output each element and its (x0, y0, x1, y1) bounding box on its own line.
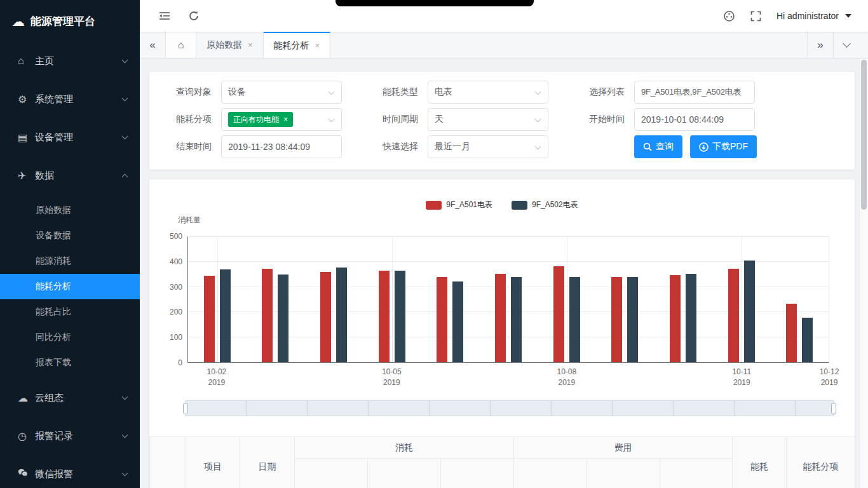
bar[interactable] (220, 269, 231, 362)
user-greeting: Hi administrator (776, 11, 839, 21)
sidebar-item-consumption-analysis[interactable]: 能耗分析 (0, 274, 140, 299)
chevron-down-icon (329, 116, 335, 123)
bar[interactable] (728, 269, 739, 362)
meter-list-input[interactable]: 9F_A501电表,9F_A502电表 (634, 81, 755, 104)
energy-type-label: 能耗类型 (356, 86, 428, 98)
bar[interactable] (511, 277, 522, 362)
bar[interactable] (204, 276, 215, 362)
bar[interactable] (452, 281, 463, 362)
end-time-input[interactable]: 2019-11-23 08:44:09 (221, 135, 342, 158)
bar[interactable] (495, 274, 506, 362)
sidebar-item-label: 主页 (35, 55, 123, 67)
chevron-down-icon (535, 144, 541, 150)
fullscreen-icon[interactable] (750, 11, 761, 22)
download-pdf-button[interactable]: 下载PDF (690, 135, 757, 158)
close-icon[interactable]: × (315, 41, 320, 50)
sidebar-item-system[interactable]: ⚙ 系统管理 (0, 80, 140, 118)
sidebar-item-home[interactable]: ⌂ 主页 (0, 42, 140, 80)
bar[interactable] (786, 304, 797, 362)
submenu-item-label: 原始数据 (36, 205, 71, 216)
submenu-item-label: 能耗分析 (36, 281, 71, 292)
select-value: 电表 (435, 86, 452, 98)
bar[interactable] (379, 271, 390, 362)
chart-bars (188, 237, 829, 362)
tag-close-icon[interactable]: × (283, 116, 288, 123)
tab-home[interactable]: ⌂ (166, 32, 196, 58)
window-notch (336, 0, 534, 6)
legend-item[interactable]: 9F_A502电表 (512, 200, 578, 210)
sidebar-item-device-data[interactable]: 设备数据 (0, 223, 140, 248)
bar[interactable] (744, 261, 755, 362)
bar[interactable] (320, 272, 331, 362)
col-header-cost: 费用 (514, 437, 733, 459)
chevron-down-icon (122, 393, 128, 400)
query-object-select[interactable]: 设备 (221, 81, 342, 104)
clock-icon: ◷ (18, 430, 35, 442)
sidebar-item-raw-data[interactable]: 原始数据 (0, 198, 140, 223)
bar-group (654, 237, 712, 362)
bar[interactable] (262, 269, 273, 362)
energy-type-select[interactable]: 电表 (428, 81, 548, 104)
col-header-consumption: 消耗 (295, 437, 514, 459)
legend-item[interactable]: 9F_A501电表 (426, 200, 492, 210)
user-menu[interactable]: Hi administrator (776, 11, 851, 21)
bar[interactable] (553, 266, 564, 362)
sidebar-item-label: 微信报警 (35, 468, 123, 480)
bar[interactable] (437, 277, 447, 362)
search-button[interactable]: 查询 (634, 135, 682, 158)
sidebar-item-alarm-record[interactable]: ◷ 报警记录 (0, 417, 140, 455)
submenu-item-label: 设备数据 (36, 230, 71, 241)
bar-group (188, 237, 247, 362)
bar[interactable] (627, 277, 638, 362)
bar[interactable] (336, 268, 347, 362)
sidebar-item-energy-consumption[interactable]: 能源消耗 (0, 248, 140, 274)
tabs-scroll-left-button[interactable]: « (140, 32, 166, 58)
tab-raw-data[interactable]: 原始数据 × (196, 32, 264, 58)
chart-plot[interactable] (187, 236, 829, 363)
sidebar-item-consumption-ratio[interactable]: 能耗占比 (0, 299, 140, 325)
bar[interactable] (395, 271, 405, 362)
sidebar-item-wechat-alarm[interactable]: 微信报警 (0, 455, 140, 488)
sidebar-item-yoy-analysis[interactable]: 同比分析 (0, 325, 140, 350)
sidebar-fold-icon[interactable] (159, 10, 170, 22)
quick-select-select[interactable]: 最近一月 (428, 135, 548, 158)
close-icon[interactable]: × (248, 40, 253, 50)
time-period-select[interactable]: 天 (428, 108, 548, 131)
sidebar-item-cloud-config[interactable]: ☁ 云组态 (0, 379, 140, 417)
tabs-scroll-right-button[interactable]: » (807, 32, 833, 58)
sidebar-item-data[interactable]: ✈ 数据 (0, 156, 140, 194)
bar[interactable] (686, 274, 696, 362)
legend-label: 9F_A501电表 (446, 200, 492, 210)
scrollbar-thumb[interactable] (861, 60, 867, 210)
filter-field-query-object: 查询对象 设备 (149, 81, 356, 104)
tag-label: 正向有功电能 (233, 114, 279, 125)
energy-item-select[interactable]: 正向有功电能 × (221, 108, 342, 131)
datazoom-slider[interactable] (185, 400, 834, 416)
bar-group (712, 237, 771, 362)
bar[interactable] (670, 275, 681, 362)
sidebar-item-report-download[interactable]: 报表下载 (0, 350, 140, 376)
col-header-project: 项目 (186, 437, 240, 488)
start-time-input[interactable]: 2019-10-01 08:44:09 (634, 108, 755, 131)
y-axis-title: 消耗量 (178, 215, 201, 226)
vertical-scrollbar[interactable] (859, 58, 868, 488)
tabs-menu-button[interactable] (833, 32, 859, 58)
theme-icon[interactable] (723, 10, 735, 22)
sidebar-item-label: 报警记录 (35, 430, 123, 442)
filter-field-end-time: 结束时间 2019-11-23 08:44:09 (149, 135, 356, 158)
double-chevron-right-icon: » (817, 39, 823, 51)
filter-field-quick-select: 快速选择 最近一月 (356, 135, 562, 158)
bar[interactable] (569, 277, 580, 362)
slider-handle-left[interactable] (183, 403, 188, 414)
slider-handle-right[interactable] (831, 403, 836, 414)
bar[interactable] (611, 277, 622, 362)
refresh-icon[interactable] (188, 10, 200, 22)
filter-field-time-period: 时间周期 天 (356, 108, 562, 131)
bar[interactable] (278, 274, 288, 362)
bar-group (538, 237, 596, 362)
sub-header-cell (295, 459, 368, 488)
submenu-item-label: 同比分析 (36, 332, 71, 343)
sidebar-item-device[interactable]: ▤ 设备管理 (0, 118, 140, 156)
bar[interactable] (802, 318, 813, 362)
tab-consumption-analysis[interactable]: 能耗分析 × (264, 32, 331, 58)
